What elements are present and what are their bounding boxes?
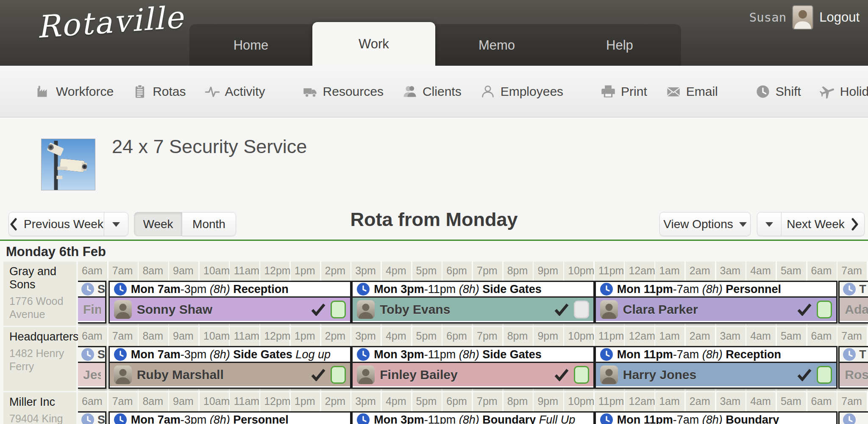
employee-avatar [600, 300, 618, 319]
time-label: 7am [841, 265, 862, 277]
confirm-checkbox[interactable] [574, 301, 589, 318]
shift-title: Mon 3pm-11pm (8h) Boundary Full Up [374, 413, 575, 424]
confirm-checkbox[interactable] [331, 301, 346, 318]
confirm-checkbox[interactable] [331, 366, 346, 384]
time-label: 9am [173, 330, 194, 342]
time-label: 8am [142, 395, 163, 407]
time-label: 3am [720, 395, 741, 407]
toolbar-activity[interactable]: Activity [205, 84, 265, 99]
shift-card[interactable]: Mon 7am-3pm (8h) Personnel [108, 411, 352, 424]
shift-header: Mon 3pm-11pm (8h) Side Gates [353, 282, 593, 298]
confirm-checkbox[interactable] [574, 366, 589, 384]
shift-card[interactable]: Mon 3pm-11pm (8h) Boundary Full Up [351, 411, 595, 424]
shift-card[interactable]: Mon 7am-3pm (8h) ReceptionSonny Shaw [108, 281, 352, 324]
time-label: 7pm [477, 395, 498, 407]
shift-card[interactable]: Mon 7am-3pm (8h) Side Gates Log upRuby M… [108, 346, 352, 389]
venue-name: Gray and Sons [9, 265, 76, 291]
partial-shift-card[interactable] [838, 411, 868, 424]
time-label: 8am [142, 265, 163, 277]
logout-link[interactable]: Logout [819, 10, 860, 25]
time-label: 12am [629, 265, 655, 277]
confirm-checkbox[interactable] [817, 366, 832, 384]
shift-header: T [840, 282, 868, 298]
toolbar-clients[interactable]: Clients [402, 84, 462, 99]
time-label: 4pm [386, 395, 406, 407]
employees-icon [480, 84, 495, 99]
shift-card[interactable]: Mon 3pm-11pm (8h) Side GatesToby Evans [351, 281, 595, 324]
shift-title: Mon 11pm-7am (8h) Boundary [617, 413, 779, 424]
view-options-button[interactable]: View Options [659, 212, 751, 236]
partial-shift-card[interactable]: TAda [838, 281, 868, 324]
user-avatar[interactable] [793, 6, 812, 29]
time-label: 7am [841, 330, 862, 342]
confirm-checkbox[interactable] [817, 301, 832, 318]
clock-icon [600, 348, 613, 361]
time-label: 12am [629, 395, 655, 407]
shift-title: Mon 11pm-7am (8h) Personnel [617, 283, 781, 296]
next-week-dropdown[interactable] [757, 212, 782, 236]
next-week-button[interactable]: Next Week [781, 212, 865, 236]
toolbar-shift[interactable]: Shift [755, 84, 801, 99]
shift-card[interactable]: Mon 11pm-7am (8h) Boundary [595, 411, 838, 424]
chevron-right-icon [851, 218, 859, 231]
toolbar-email[interactable]: Email [666, 84, 718, 99]
toolbar-employees[interactable]: Employees [480, 84, 563, 99]
toolbar-rotas[interactable]: Rotas [132, 84, 186, 99]
clock-icon [81, 283, 94, 296]
time-label: 7am [112, 395, 133, 407]
clock-icon [843, 348, 856, 361]
partial-shift-card[interactable]: SJess [78, 346, 106, 389]
time-label: 10pm [568, 265, 595, 277]
tab-memo[interactable]: Memo [435, 25, 558, 66]
employee-name: Sonny Shaw [137, 302, 306, 317]
tab-work[interactable]: Work [312, 22, 435, 66]
employee-name: Finley Bailey [380, 368, 549, 382]
time-label: 4pm [386, 265, 406, 277]
toolbar-print[interactable]: Print [601, 84, 647, 99]
time-label: 9am [173, 395, 194, 407]
time-label: 5pm [416, 330, 437, 342]
toolbar-workforce[interactable]: Workforce [36, 84, 114, 99]
time-label: 6pm [446, 265, 467, 277]
time-label: 7pm [477, 265, 498, 277]
tab-home[interactable]: Home [189, 25, 312, 66]
time-label: 1am [659, 330, 680, 342]
shift-header: Mon 3pm-11pm (8h) Boundary Full Up [353, 413, 593, 424]
shift-header: T [840, 347, 868, 363]
shift-title: Mon 3pm-11pm (8h) Side Gates [374, 283, 542, 296]
partial-shift-card[interactable]: S [78, 411, 106, 424]
time-label: 7pm [477, 330, 498, 342]
security-camera-image [42, 139, 95, 190]
time-label: 6am [811, 265, 832, 277]
partial-shift-card[interactable]: SFinn [78, 281, 106, 324]
tab-help[interactable]: Help [558, 25, 681, 66]
check-icon [797, 368, 812, 381]
shift-card[interactable]: Mon 3pm-11pm (8h) Side GatesFinley Baile… [351, 346, 595, 389]
user-name: Susan [749, 10, 786, 25]
time-label: 11am [234, 395, 259, 407]
check-icon [554, 303, 569, 316]
shift-clock-icon [755, 84, 771, 99]
clock-icon [843, 413, 856, 424]
clock-icon [600, 413, 613, 424]
time-label: 1am [659, 395, 680, 407]
time-label: 4pm [386, 330, 406, 342]
venue-row: Gray and Sons1776 Wood Avenue6am7am8am9a… [3, 262, 868, 326]
shift-body: Sonny Shaw [110, 298, 351, 321]
partial-shift-card[interactable]: TRosi [838, 346, 868, 389]
main-tabs: Home Work Memo Help [189, 24, 681, 66]
time-label: 3am [720, 330, 741, 342]
shift-card[interactable]: Mon 11pm-7am (8h) ReceptionHarry Jones [595, 346, 838, 389]
shift-card[interactable]: Mon 11pm-7am (8h) PersonnelClara Parker [595, 281, 838, 324]
toolbar-holiday[interactable]: Holiday [820, 84, 868, 99]
activity-icon [205, 84, 220, 99]
clock-icon [81, 413, 94, 424]
shift-body: Jess [78, 363, 105, 386]
page-title: 24 x 7 Security Service [112, 136, 307, 158]
toolbar-resources[interactable]: Resources [303, 84, 384, 99]
shift-body: Rosi [840, 363, 868, 386]
holiday-plane-icon [820, 84, 835, 99]
time-label: 1pm [295, 265, 315, 277]
user-box: Susan Logout [749, 6, 860, 29]
time-label: 8pm [507, 330, 528, 342]
